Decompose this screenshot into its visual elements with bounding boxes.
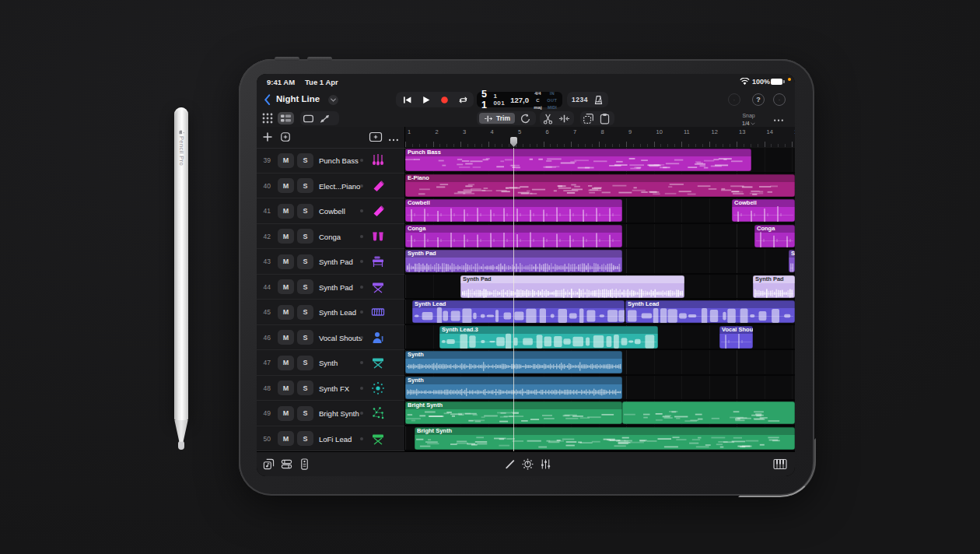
duplicate-track-button[interactable] [280,131,291,142]
keyboard-stand-icon [370,279,386,295]
solo-button[interactable]: S [297,431,313,446]
mute-button[interactable]: M [278,279,294,294]
pencil-tool-button[interactable] [504,458,516,470]
cycle-button[interactable] [455,93,471,106]
mute-button[interactable]: M [278,254,294,269]
add-track-button[interactable] [262,131,273,142]
mute-button[interactable]: M [278,380,294,395]
mute-button[interactable]: M [278,204,294,219]
mute-button[interactable]: M [278,229,294,244]
track-header-row[interactable]: 44MSSynth Pad [257,275,405,300]
loop-tool-icon[interactable] [520,113,531,124]
ruler-tick [585,144,586,147]
project-menu-chevron[interactable] [328,95,338,105]
undo-button[interactable] [728,93,740,106]
solo-button[interactable]: S [297,380,313,395]
snap-setting[interactable]: Snap1/4 [742,111,755,127]
trim-tool-button[interactable]: Trim [479,113,515,124]
smart-controls-button[interactable] [522,458,534,470]
solo-button[interactable]: S [297,153,313,168]
track-header-row[interactable]: 46MSVocal Shouts [257,325,405,351]
track-header-row[interactable]: 41MSCowbell [257,198,405,224]
track-header-row[interactable]: 40MSElect...Piano [257,174,405,199]
track-name: LoFi Lead [319,435,352,444]
track-header-row[interactable]: 39MSPunch Bass [257,148,405,174]
project-title[interactable]: Night Line [276,94,320,103]
track-header-row[interactable]: 43MSSynth Pad [257,249,405,275]
back-button[interactable] [264,94,271,105]
region[interactable]: E-Piano [405,174,795,197]
join-icon[interactable] [558,113,570,124]
track-header-row[interactable]: 45MSSynth Lead [257,300,405,325]
ipad: 9:41 AM Tue 1 Apr 100% Night Line [239,59,814,496]
track-header-row[interactable]: 50MSLoFi Lead [257,426,405,452]
tracks-view-button[interactable] [278,112,294,124]
region[interactable]: Synth Pad [789,250,795,272]
track-lane: Bright Synth [405,426,795,452]
ruler-bar-number: 8 [601,128,604,135]
region[interactable]: Bright Synth [415,427,795,450]
paste-icon[interactable] [599,113,611,124]
go-to-beginning-button[interactable] [399,93,415,106]
mute-button[interactable]: M [278,178,294,193]
solo-button[interactable]: S [297,406,313,421]
channel-strip-button[interactable] [299,458,310,470]
region[interactable]: Vocal Shouts [719,326,753,349]
track-header-row[interactable]: 47MSSynth [257,350,405,376]
mixer-button[interactable] [281,458,292,470]
track-header-more-button[interactable] [388,134,399,140]
mute-button[interactable]: M [278,330,294,345]
ruler-tick [495,144,495,147]
region-inspector-icon[interactable] [303,113,314,124]
mute-button[interactable]: M [278,305,294,320]
track-header-row[interactable]: 48MSSynth FX [257,376,405,401]
solo-button[interactable]: S [297,178,313,193]
lcd-display[interactable]: 5 1 1 001 127,0 4/4C maj IN OUTMIDI [477,92,562,107]
count-in-button[interactable]: 1234 [572,96,588,103]
track-header-options-button[interactable] [369,131,383,142]
playhead-line[interactable] [513,148,514,451]
help-button[interactable]: ? [752,93,765,106]
bar-ruler[interactable]: 123456789101112131415 [405,127,795,149]
record-button[interactable] [436,93,452,106]
region[interactable]: Synth Lead [625,300,795,323]
toolbar-more-button[interactable] [773,114,784,122]
solo-button[interactable]: S [297,204,313,219]
playhead-position-ticks: 1 001 [493,93,505,107]
region[interactable]: Synth Lead [412,300,625,323]
solo-button[interactable]: S [297,254,313,269]
track-status-dot [360,260,363,263]
solo-button[interactable]: S [297,330,313,345]
metronome-icon[interactable] [593,95,604,105]
more-options-button[interactable] [773,93,786,106]
faders-button[interactable] [540,458,551,470]
mute-button[interactable]: M [278,406,294,421]
automation-icon[interactable] [319,113,331,124]
browser-grid-button[interactable] [261,112,274,124]
copy-icon[interactable] [583,113,594,124]
region[interactable]: Synth Pad [753,275,795,298]
play-button[interactable] [418,93,433,106]
ruler-tick [737,142,737,147]
solo-button[interactable]: S [297,356,313,370]
ruler-tick [412,144,413,147]
split-scissors-icon[interactable] [542,113,554,124]
region[interactable] [622,401,795,424]
solo-button[interactable]: S [297,305,313,320]
region[interactable]: Cowbell [732,199,795,222]
track-header-row[interactable]: 42MSConga [257,224,405,250]
solo-button[interactable]: S [297,229,313,244]
region[interactable]: Synth Lead.3 [439,326,658,349]
mute-button[interactable]: M [278,153,294,168]
track-header-row[interactable]: 49MSBright Synth [257,401,405,426]
solo-button[interactable]: S [297,279,313,294]
region[interactable]: Synth Pad [460,275,684,298]
track-name: Bright Synth [319,409,359,418]
play-surface-keyboard-button[interactable] [773,458,787,470]
region[interactable]: Conga [754,225,795,247]
browser-button[interactable] [263,458,275,470]
ruler-tick [716,144,716,147]
mute-button[interactable]: M [278,356,294,370]
region[interactable]: Punch Bass [405,149,751,171]
mute-button[interactable]: M [278,431,294,446]
